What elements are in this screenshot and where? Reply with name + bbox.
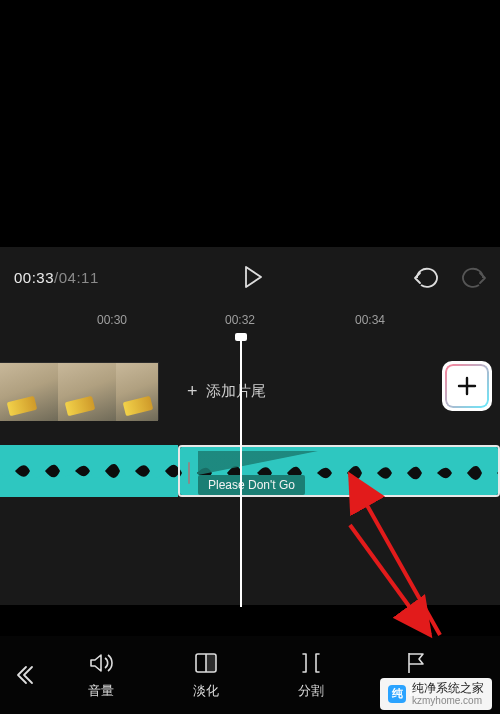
total-duration: 04:11 [59,269,99,286]
ruler-tick: 00:30 [97,313,127,327]
time-display: 00:33/04:11 [14,269,99,286]
tool-label: 淡化 [193,682,219,700]
clip-thumbnail [0,363,58,421]
plus-icon: + [187,381,198,402]
video-preview[interactable] [0,0,500,247]
tool-label: 音量 [88,682,114,700]
undo-button[interactable] [408,259,444,295]
timeline-ruler[interactable]: 00:30 00:32 00:34 [0,307,500,335]
add-clip-button[interactable] [442,361,492,411]
add-ending-label: 添加片尾 [206,382,266,401]
svg-rect-5 [206,654,216,672]
split-icon [298,650,324,676]
fade-tool[interactable]: 淡化 [153,636,258,714]
tool-label: 分割 [298,682,324,700]
current-time: 00:33 [14,269,54,286]
ruler-tick: 00:34 [355,313,385,327]
redo-button [456,259,492,295]
svg-line-2 [350,525,430,635]
flag-icon [403,650,429,676]
speaker-icon [88,650,114,676]
collapse-toolbar-button[interactable] [0,636,48,714]
clip-trim-handle[interactable] [184,457,194,489]
audio-clip-left[interactable] [0,445,178,497]
video-clip[interactable] [0,362,159,420]
play-button[interactable] [235,259,271,295]
annotation-arrow [340,515,480,655]
fade-icon [193,650,219,676]
fade-in-indicator [198,451,318,475]
split-tool[interactable]: 分割 [258,636,363,714]
timeline[interactable]: + 添加片尾 [0,335,500,605]
watermark-brand: 纯净系统之家 [412,682,484,695]
watermark-logo-icon: 纯 [388,685,406,703]
ruler-tick: 00:32 [225,313,255,327]
video-track[interactable]: + 添加片尾 [0,361,500,421]
playhead[interactable] [240,335,242,607]
watermark: 纯 纯净系统之家 kzmyhome.com [380,678,492,710]
audio-clip-title: Please Don't Go [198,475,305,495]
audio-track[interactable]: Please Don't Go [0,445,500,501]
add-ending-button[interactable]: + 添加片尾 [187,381,266,402]
clip-thumbnail [116,363,158,421]
clip-thumbnail [58,363,116,421]
playback-controls: 00:33/04:11 [0,247,500,307]
volume-tool[interactable]: 音量 [48,636,153,714]
watermark-url: kzmyhome.com [412,695,484,706]
audio-clip-selected[interactable]: Please Don't Go [178,445,500,497]
